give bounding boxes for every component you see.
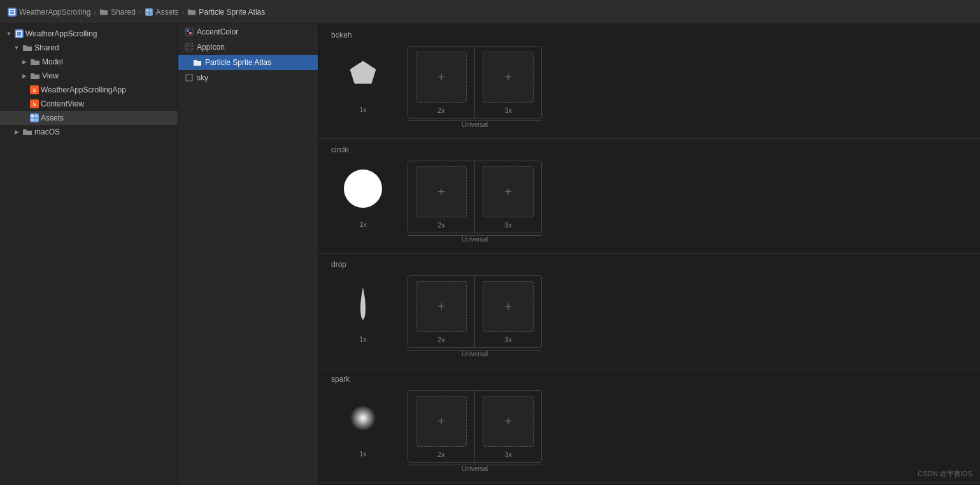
circle-2x-label: 2x [437, 221, 445, 229]
sidebar-item-app[interactable]: S WeatherAppScrollingApp [0, 83, 178, 97]
drop-1x-label: 1x [359, 335, 367, 343]
project-icon [8, 8, 17, 17]
drop-slot-1x[interactable]: 1x [331, 275, 395, 343]
spark-3x-plus: + [504, 415, 512, 428]
sidebar-item-macos[interactable]: macOS [0, 125, 178, 139]
circle-universal-group: + 2x + 3x Universal [408, 161, 542, 243]
breadcrumb-sep-3: › [182, 8, 185, 16]
svg-rect-4 [150, 10, 152, 11]
breadcrumb-shared[interactable]: Shared [99, 8, 136, 17]
sidebar-item-model[interactable]: Model [0, 55, 178, 69]
svg-rect-7 [17, 31, 22, 36]
drop-slot-2x[interactable]: + 2x [408, 276, 475, 347]
circle-slot-2x[interactable]: + 2x [408, 161, 475, 233]
svg-rect-0 [10, 10, 15, 15]
circle-slot-3x[interactable]: + 3x [475, 161, 541, 233]
breadcrumb-project[interactable]: WeatherAppScrolling [8, 8, 91, 17]
bokeh-3x-box[interactable]: + [483, 52, 534, 103]
spark-slot-3x[interactable]: + 3x [475, 391, 541, 462]
file-item-particle-atlas[interactable]: Particle Sprite Atlas [178, 55, 318, 70]
spark-image [347, 402, 379, 434]
sidebar-item-assets[interactable]: Assets [0, 111, 178, 125]
swift-app-icon: S [30, 85, 39, 94]
drop-1x-box[interactable] [335, 275, 391, 331]
breadcrumb: WeatherAppScrolling › Shared › Assets › [8, 8, 265, 17]
bokeh-universal-label: Universal [408, 120, 542, 128]
bokeh-row: 1x + 2x [331, 46, 967, 128]
file-item-accentcolor[interactable]: AccentColor [178, 24, 318, 40]
chevron-view [20, 72, 28, 80]
circle-2x-plus: + [437, 185, 445, 198]
svg-rect-3 [146, 10, 148, 11]
sidebar-item-contentview[interactable]: S ContentView [0, 97, 178, 111]
svg-marker-26 [350, 61, 376, 83]
sidebar-app-label: WeatherAppScrollingApp [41, 85, 173, 94]
drop-slot-3x[interactable]: + 3x [475, 276, 541, 347]
spark-1x-box[interactable] [335, 390, 391, 446]
spark-universal-group: + 2x + 3x Universal [408, 390, 542, 472]
circle-universal-label: Universal [408, 235, 542, 243]
sidebar-macos-label: macOS [34, 127, 173, 136]
spark-3x-label: 3x [504, 451, 512, 458]
bokeh-2x-box[interactable]: + [416, 52, 467, 103]
file-item-sky[interactable]: sky [178, 70, 318, 85]
bokeh-2x-plus: + [437, 71, 445, 83]
folder-shared-icon [22, 44, 32, 52]
svg-rect-25 [186, 75, 192, 81]
drop-2x-plus: + [437, 300, 445, 313]
bokeh-3x-plus: + [504, 71, 512, 83]
file-item-appicon[interactable]: AppIcon [178, 40, 318, 55]
chevron-model [20, 58, 28, 66]
file-appicon-label: AppIcon [197, 43, 225, 52]
breadcrumb-shared-label: Shared [111, 8, 136, 17]
svg-text:S: S [33, 102, 36, 106]
spark-2x-box[interactable]: + [416, 396, 467, 447]
spark-slot-1x[interactable]: 1x [331, 390, 395, 458]
content-area: bokeh 1x [318, 24, 980, 485]
bokeh-slot-2x[interactable]: + 2x [408, 47, 475, 118]
asset-group-drop: drop 1x + [318, 254, 980, 368]
folder-macos-icon [22, 128, 32, 136]
bokeh-slot-1x[interactable]: 1x [331, 46, 395, 113]
bokeh-1x-box[interactable] [335, 46, 391, 102]
spark-3x-box[interactable]: + [483, 396, 534, 447]
svg-text:S: S [33, 88, 36, 92]
sidebar-item-shared[interactable]: Shared [0, 41, 178, 55]
file-list-panel: AccentColor AppIcon Particle Sprite Atla… [178, 24, 318, 485]
file-particle-atlas-label: Particle Sprite Atlas [205, 58, 271, 67]
breadcrumb-atlas[interactable]: Particle Sprite Atlas [187, 8, 265, 17]
circle-3x-label: 3x [504, 221, 512, 229]
chevron-macos [13, 128, 20, 136]
drop-2x-box[interactable]: + [416, 281, 467, 332]
svg-rect-14 [35, 115, 38, 117]
drop-universal-group: + 2x + 3x Universal [408, 275, 542, 358]
main-layout: WeatherAppScrolling Shared Model View [0, 24, 980, 485]
sidebar-root[interactable]: WeatherAppScrolling [0, 27, 178, 41]
drop-universal-slots: + 2x + 3x [408, 275, 542, 348]
top-bar: WeatherAppScrolling › Shared › Assets › [0, 0, 980, 24]
bokeh-slot-3x[interactable]: + 3x [475, 47, 541, 118]
circle-1x-box[interactable] [335, 161, 391, 217]
folder-view-icon [30, 72, 40, 80]
file-sky-label: sky [197, 73, 208, 82]
circle-image [344, 170, 382, 208]
spark-2x-label: 2x [437, 451, 445, 458]
sidebar-item-view[interactable]: View [0, 69, 178, 83]
sidebar: WeatherAppScrolling Shared Model View [0, 24, 178, 485]
svg-point-18 [187, 29, 189, 32]
spark-slot-2x[interactable]: + 2x [408, 391, 475, 462]
svg-rect-13 [31, 115, 34, 117]
svg-point-19 [189, 32, 192, 34]
drop-2x-label: 2x [437, 336, 445, 344]
bokeh-image [347, 58, 379, 90]
breadcrumb-sep-1: › [94, 8, 97, 16]
drop-3x-box[interactable]: + [483, 281, 534, 332]
circle-2x-box[interactable]: + [416, 166, 467, 217]
circle-1x-label: 1x [359, 221, 367, 228]
breadcrumb-assets[interactable]: Assets [145, 8, 179, 17]
circle-slot-1x[interactable]: 1x [331, 161, 395, 228]
sidebar-shared-label: Shared [34, 43, 173, 52]
spark-universal-slots: + 2x + 3x [408, 390, 542, 463]
circle-3x-box[interactable]: + [483, 166, 534, 217]
drop-3x-plus: + [504, 300, 512, 313]
